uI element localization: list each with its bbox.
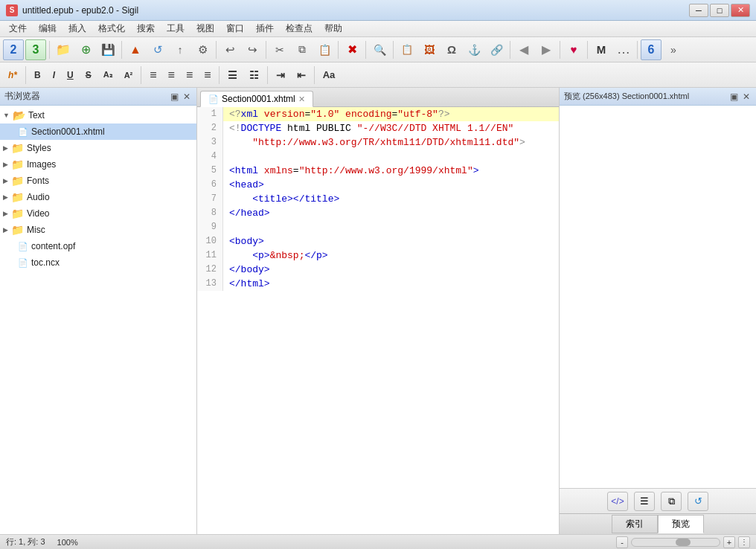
toolbar-unordered-list-button[interactable]: ☰ [222,65,243,85]
preview-tab-preview[interactable]: 预览 [658,515,704,533]
close-button[interactable]: ✕ [731,4,750,17]
preview-restore-button[interactable]: ▣ [728,92,740,102]
toolbar-align-left-button[interactable]: ≡ [144,65,161,85]
zoom-slider-track[interactable] [631,538,720,547]
line-content-6: <head> [223,178,264,192]
toolbar-paste-button[interactable]: 📋 [314,39,335,60]
preview-code-button[interactable]: </> [607,492,628,511]
status-position: 行: 1, 列: 3 [6,536,45,548]
sidebar-item-misc[interactable]: ▶ 📁 Misc [0,222,196,238]
maximize-button[interactable]: □ [710,4,729,17]
tab-close-button[interactable]: ✕ [298,94,305,104]
preview-panel: 预览 (256x483) Section0001.xhtml ▣ ✕ </> ☰… [560,88,756,534]
toolbar-btn-6[interactable]: 6 [641,39,662,60]
toolbar-indent-button[interactable]: ⇥ [271,65,290,85]
sidebar-item-video[interactable]: ▶ 📁 Video [0,205,196,222]
menu-file[interactable]: 文件 [3,21,33,36]
sidebar-item-audio[interactable]: ▶ 📁 Audio [0,189,196,205]
line-num-4: 4 [197,150,223,164]
zoom-in-button[interactable]: + [723,536,735,548]
editor-tab-section0001[interactable]: 📄 Section0001.xhtml ✕ [200,91,313,107]
toolbar-redo-button[interactable]: ↪ [242,39,263,60]
toolbar-delete-button[interactable]: ✖ [342,39,362,60]
menu-tools[interactable]: 工具 [161,21,190,36]
toolbar-superscript-button[interactable]: A² [119,65,138,85]
sidebar-item-text[interactable]: ▼ 📂 Text [0,107,196,123]
sidebar-item-text-label: Text [28,110,45,121]
toolbar-gear-button[interactable]: ⚙ [192,39,213,60]
line-content-9 [223,220,229,234]
toolbar-ellipsis-button[interactable]: … [613,39,634,60]
menu-edit[interactable]: 编辑 [33,21,63,36]
minimize-button[interactable]: ─ [689,4,708,17]
preview-tab-index[interactable]: 索引 [612,515,658,533]
toolbar-btn-3[interactable]: 3 [25,39,46,60]
preview-close-button[interactable]: ✕ [741,92,752,102]
toolbar-align-right-button[interactable]: ≡ [181,65,197,85]
toolbar-heading-button[interactable]: h* [3,65,22,85]
menu-insert[interactable]: 插入 [63,21,92,36]
menu-checkpoint[interactable]: 检查点 [280,21,318,36]
toolbar-copy-button[interactable]: ⧉ [292,39,313,60]
sidebar-title: 书浏览器 [4,90,40,103]
preview-list-button[interactable]: ☰ [634,492,655,511]
zoom-slider-thumb[interactable] [676,539,691,546]
sidebar-item-tocncx[interactable]: 📄 toc.ncx [0,254,196,271]
menu-help[interactable]: 帮助 [318,21,348,36]
toolbar-forward-button[interactable]: ▶ [536,39,557,60]
toolbar-subscript-button[interactable]: A₂ [98,65,118,85]
sidebar-restore-button[interactable]: ▣ [169,92,180,102]
sidebar-close-button[interactable]: ✕ [182,92,192,102]
toolbar-up2-button[interactable]: ↑ [170,39,190,60]
toolbar-save-button[interactable]: 💾 [97,39,118,60]
toolbar-bold-button[interactable]: B [29,65,46,85]
toolbar-underline-button[interactable]: U [62,65,79,85]
toolbar-omega-button[interactable]: Ω [441,39,462,60]
toolbar-align-justify-button[interactable]: ≡ [199,65,215,85]
contentopf-file-icon: 📄 [18,242,28,251]
toolbar-up-button[interactable]: ▲ [125,39,146,60]
toolbar-anchor-button[interactable]: ⚓ [464,39,484,60]
line-content-4 [223,150,229,164]
toolbar-ordered-list-button[interactable]: ☷ [244,65,264,85]
preview-copy-button[interactable]: ⧉ [661,492,682,511]
toolbar-refresh-button[interactable]: ↺ [147,39,168,60]
editor-content[interactable]: 1 <?xml version="1.0" encoding="utf-8"?>… [197,107,559,534]
toolbar-open-button[interactable]: 📁 [53,39,74,60]
toolbar-heart-button[interactable]: ♥ [563,39,584,60]
toolbar-btn-2[interactable]: 2 [3,39,24,60]
toolbar-more-button[interactable]: » [663,39,684,60]
sidebar-item-fonts[interactable]: ▶ 📁 Fonts [0,173,196,189]
line-num-1: 1 [197,107,223,121]
toolbar-format-style-button[interactable]: Aa [318,65,341,85]
toolbar-checklist-button[interactable]: 📋 [397,39,417,60]
toolbar-search-button[interactable]: 🔍 [369,39,390,60]
toolbar-m-button[interactable]: M [591,39,612,60]
menu-format[interactable]: 格式化 [92,21,131,36]
toolbar-new-button[interactable]: ⊕ [75,39,96,60]
toolbar-undo-button[interactable]: ↩ [220,39,240,60]
toolbar-cut-button[interactable]: ✂ [269,39,290,60]
toolbar-outdent-button[interactable]: ⇤ [292,65,311,85]
toolbar-image-button[interactable]: 🖼 [419,39,440,60]
menu-plugins[interactable]: 插件 [250,21,280,36]
menu-search[interactable]: 搜索 [131,21,161,36]
toolbar-italic-button[interactable]: I [48,65,60,85]
toolbar-link-button[interactable]: 🔗 [486,39,507,60]
toolbar-align-center-button[interactable]: ≡ [163,65,179,85]
sidebar-item-contentopf[interactable]: 📄 content.opf [0,238,196,254]
sidebar-item-section0001[interactable]: 📄 Section0001.xhtml [0,123,196,140]
menu-window[interactable]: 窗口 [220,21,250,36]
sidebar-item-misc-label: Misc [27,225,45,235]
sidebar-item-styles[interactable]: ▶ 📁 Styles [0,140,196,156]
zoom-out-button[interactable]: - [616,536,628,548]
sidebar-item-images[interactable]: ▶ 📁 Images [0,156,196,173]
menu-view[interactable]: 视图 [190,21,220,36]
status-extra-button[interactable]: ⋮ [738,536,750,548]
preview-toolbar: </> ☰ ⧉ ↺ [560,488,756,513]
toolbar-back-button[interactable]: ◀ [513,39,534,60]
video-folder-icon: 📁 [11,208,24,219]
preview-refresh-button[interactable]: ↺ [688,492,708,511]
expand-arrow-text: ▼ [3,112,10,119]
toolbar-strikethrough-button[interactable]: S [80,65,97,85]
